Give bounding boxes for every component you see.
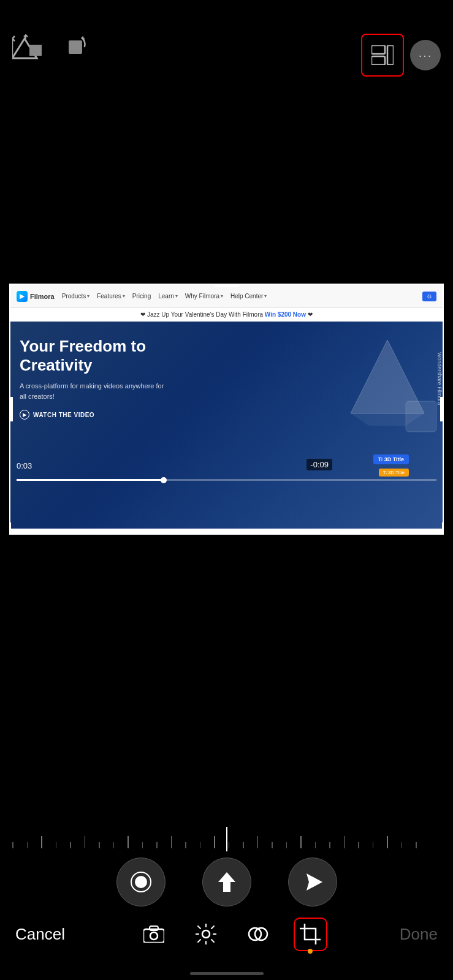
- nav-products[interactable]: Products ▾: [62, 293, 89, 300]
- handle-bottom-mid[interactable]: [215, 531, 239, 535]
- tick: [70, 842, 71, 848]
- progress-fill: [17, 479, 164, 481]
- time-current: 0:03: [17, 461, 32, 470]
- svg-rect-14: [143, 929, 164, 943]
- toolbar-icons: [137, 918, 327, 951]
- bottom-toolbar: Cancel: [0, 907, 453, 962]
- brightness-icon[interactable]: [189, 918, 223, 951]
- hero-title: Your Freedom to Creativity: [20, 337, 191, 375]
- progress-bar[interactable]: [17, 479, 436, 481]
- tick: [272, 842, 273, 848]
- svg-rect-6: [387, 45, 394, 65]
- svg-rect-9: [406, 401, 436, 432]
- progress-handle[interactable]: [161, 477, 167, 483]
- win-link[interactable]: Win $200 Now: [265, 311, 306, 318]
- badge-3d-title: Tᵢ 3D Title: [373, 454, 409, 464]
- tick: [373, 842, 374, 848]
- record-button[interactable]: [116, 858, 166, 907]
- timeline-track: [0, 827, 453, 851]
- handle-top-mid[interactable]: [215, 284, 239, 287]
- nav-pricing[interactable]: Pricing: [132, 293, 151, 300]
- playhead[interactable]: [226, 827, 227, 851]
- active-dot: [308, 949, 313, 954]
- tick: [315, 842, 316, 848]
- tick: [12, 842, 13, 848]
- tick: [358, 842, 359, 848]
- tick: [416, 842, 417, 848]
- tick: [286, 842, 287, 848]
- svg-marker-12: [218, 872, 235, 892]
- tick: [113, 842, 115, 848]
- video-frame: ▶ Filmora Products ▾ Features ▾ Pricing …: [9, 284, 444, 535]
- top-bar: ···: [0, 0, 453, 110]
- tick: [214, 836, 215, 848]
- tick: [56, 842, 57, 848]
- svg-marker-13: [306, 873, 322, 891]
- send-button[interactable]: [288, 858, 337, 907]
- nav-learn[interactable]: Learn ▾: [158, 293, 178, 300]
- handle-bottom-right[interactable]: [432, 522, 444, 535]
- tick: [200, 842, 201, 848]
- blend-icon[interactable]: [242, 918, 275, 951]
- bottom-controls: [0, 858, 453, 907]
- tick: [27, 842, 28, 848]
- tick: [402, 842, 403, 848]
- tick: [185, 842, 186, 848]
- tick: [300, 836, 302, 848]
- tick: [243, 842, 244, 848]
- svg-rect-3: [69, 40, 82, 54]
- promo-bar: ❤ Jazz Up Your Valentine's Day With Film…: [10, 308, 443, 322]
- svg-rect-4: [371, 45, 385, 54]
- nav-help[interactable]: Help Center ▾: [230, 293, 267, 300]
- time-remaining: -0:09: [306, 459, 332, 470]
- tick: [156, 842, 158, 848]
- tick: [257, 836, 259, 848]
- nav-features[interactable]: Features ▾: [97, 293, 124, 300]
- transform-icon[interactable]: [12, 34, 44, 63]
- nav-why-filmora[interactable]: Why Filmora ▾: [185, 293, 223, 300]
- hero-decor: [326, 328, 443, 450]
- tick: [85, 836, 86, 848]
- tick: [41, 836, 42, 848]
- tick: [99, 842, 100, 848]
- hero-subtitle: A cross-platform for making videos anywh…: [20, 381, 167, 401]
- badge-yellow: Tᵢ 3D Title: [379, 469, 409, 477]
- timeline[interactable]: [0, 827, 453, 851]
- svg-line-23: [211, 940, 214, 942]
- play-icon: ▶: [20, 410, 29, 420]
- upload-button[interactable]: [202, 858, 251, 907]
- crop-icon[interactable]: [294, 918, 327, 951]
- handle-left-mid[interactable]: [9, 397, 13, 421]
- control-buttons: [116, 858, 337, 907]
- cancel-button[interactable]: Cancel: [15, 925, 65, 944]
- top-right-icons: ···: [361, 34, 441, 77]
- home-indicator: [190, 972, 264, 975]
- hero-section: Your Freedom to Creativity A cross-platf…: [10, 322, 443, 529]
- tick: [128, 836, 129, 848]
- handle-top-left[interactable]: [9, 284, 21, 296]
- svg-rect-5: [371, 56, 385, 65]
- handle-bottom-left[interactable]: [9, 522, 21, 535]
- svg-rect-1: [29, 45, 42, 56]
- layout-icon[interactable]: [361, 34, 404, 77]
- svg-line-24: [211, 926, 214, 929]
- svg-point-15: [150, 932, 158, 940]
- rotate-icon[interactable]: [63, 34, 87, 62]
- handle-right-mid[interactable]: [440, 397, 444, 421]
- camera-icon[interactable]: [137, 918, 171, 951]
- tick: [344, 836, 345, 848]
- done-button[interactable]: Done: [400, 925, 438, 944]
- more-icon[interactable]: ···: [410, 40, 441, 70]
- website-nav: ▶ Filmora Products ▾ Features ▾ Pricing …: [10, 285, 443, 308]
- svg-point-17: [202, 930, 210, 938]
- filmora-logo: ▶ Filmora: [17, 291, 55, 302]
- svg-line-22: [198, 926, 200, 929]
- tick: [229, 842, 230, 848]
- tick: [387, 836, 388, 848]
- logo-text: Filmora: [30, 293, 55, 300]
- top-left-icons: [12, 34, 87, 63]
- tick: [171, 836, 172, 848]
- svg-line-25: [198, 940, 200, 942]
- tick: [142, 842, 143, 848]
- handle-top-right[interactable]: [432, 284, 444, 296]
